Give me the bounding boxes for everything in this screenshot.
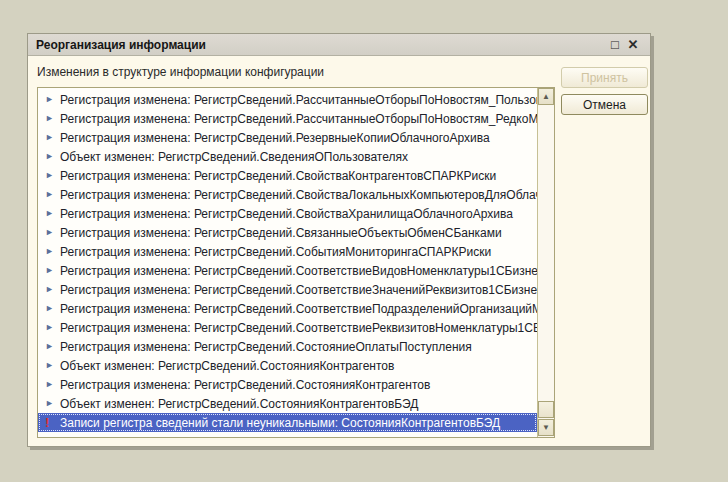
triangle-icon: ►	[45, 266, 60, 275]
list-item-text: Объект изменен: РегистрСведений.Сведения…	[60, 150, 408, 164]
triangle-icon: ►	[45, 247, 60, 256]
list-item-text: Регистрация изменена: РегистрСведений.Со…	[60, 378, 430, 392]
accept-button[interactable]: Принять	[561, 67, 648, 88]
cancel-button[interactable]: Отмена	[561, 94, 648, 115]
list-item[interactable]: ►Регистрация изменена: РегистрСведений.С…	[38, 318, 537, 337]
list-item[interactable]: ►Регистрация изменена: РегистрСведений.Р…	[38, 90, 537, 109]
list-item[interactable]: ►Регистрация изменена: РегистрСведений.С…	[38, 375, 537, 394]
close-icon[interactable]: ✕	[624, 36, 642, 54]
list-item-text: Регистрация изменена: РегистрСведений.Св…	[60, 226, 502, 240]
titlebar[interactable]: Реорганизация информации □ ✕	[28, 34, 650, 56]
triangle-icon: ►	[45, 190, 60, 199]
list-item-text: Регистрация изменена: РегистрСведений.Ра…	[60, 112, 537, 126]
list-item[interactable]: ►Регистрация изменена: РегистрСведений.С…	[38, 166, 537, 185]
list-item-text: Записи регистра сведений стали неуникаль…	[60, 416, 500, 430]
dialog-subtitle: Изменения в структуре информации конфигу…	[37, 65, 324, 79]
list-item-text: Регистрация изменена: РегистрСведений.Со…	[60, 321, 537, 335]
maximize-icon[interactable]: □	[606, 36, 624, 54]
vertical-scrollbar[interactable]: ▲ ▼	[537, 88, 554, 437]
list-item[interactable]: ►Объект изменен: РегистрСведений.Состоян…	[38, 394, 537, 413]
list-item-text: Регистрация изменена: РегистрСведений.Св…	[60, 169, 496, 183]
triangle-icon: ►	[45, 152, 60, 161]
list-item-text: Объект изменен: РегистрСведений.Состояни…	[60, 359, 394, 373]
triangle-icon: ►	[45, 209, 60, 218]
list-item[interactable]: ►Регистрация изменена: РегистрСведений.С…	[38, 299, 537, 318]
changes-list-rows: ►Регистрация изменена: РегистрСведений.Р…	[38, 90, 537, 437]
triangle-icon: ►	[45, 95, 60, 104]
list-item[interactable]: ►Объект изменен: РегистрСведений.Состоян…	[38, 356, 537, 375]
triangle-icon: ►	[45, 114, 60, 123]
list-item[interactable]: ►Регистрация изменена: РегистрСведений.С…	[38, 261, 537, 280]
triangle-icon: ►	[45, 323, 60, 332]
list-item[interactable]: ►Регистрация изменена: РегистрСведений.С…	[38, 185, 537, 204]
list-item-text: Регистрация изменена: РегистрСведений.Со…	[60, 264, 537, 278]
triangle-icon: ►	[45, 361, 60, 370]
desktop-background: { "window": { "title": "Реорганизация ин…	[0, 0, 728, 482]
list-item-text: Регистрация изменена: РегистрСведений.Со…	[60, 283, 537, 297]
triangle-icon: ►	[45, 285, 60, 294]
list-item[interactable]: ►Регистрация изменена: РегистрСведений.С…	[38, 204, 537, 223]
scrollbar-thumb[interactable]	[538, 401, 554, 418]
list-item-text: Регистрация изменена: РегистрСведений.Св…	[60, 188, 537, 202]
dialog-window: Реорганизация информации □ ✕ Изменения в…	[27, 33, 651, 447]
list-item-text: Регистрация изменена: РегистрСведений.Со…	[60, 245, 491, 259]
list-item-text: Регистрация изменена: РегистрСведений.Ре…	[60, 131, 490, 145]
scroll-down-icon[interactable]: ▼	[538, 419, 554, 436]
list-item[interactable]: ►Регистрация изменена: РегистрСведений.С…	[38, 242, 537, 261]
triangle-icon: ►	[45, 171, 60, 180]
list-item[interactable]: ►Регистрация изменена: РегистрСведений.С…	[38, 337, 537, 356]
changes-list: ►Регистрация изменена: РегистрСведений.Р…	[37, 87, 555, 438]
list-item-text: Регистрация изменена: РегистрСведений.Ра…	[60, 93, 537, 107]
list-item[interactable]: ►Регистрация изменена: РегистрСведений.С…	[38, 223, 537, 242]
triangle-icon: ►	[45, 304, 60, 313]
triangle-icon: ►	[45, 380, 60, 389]
triangle-icon: ►	[45, 228, 60, 237]
triangle-icon: ►	[45, 133, 60, 142]
scroll-up-icon[interactable]: ▲	[538, 88, 554, 105]
list-item[interactable]: ►Объект изменен: РегистрСведений.Сведени…	[38, 147, 537, 166]
list-item-text: Объект изменен: РегистрСведений.Состояни…	[60, 397, 418, 411]
triangle-icon: ►	[45, 342, 60, 351]
list-item[interactable]: !Записи регистра сведений стали неуникал…	[38, 413, 537, 432]
exclamation-icon: !	[45, 416, 60, 429]
list-item[interactable]: ►Регистрация изменена: РегистрСведений.С…	[38, 280, 537, 299]
list-item-text: Регистрация изменена: РегистрСведений.Со…	[60, 340, 472, 354]
list-item-text: Регистрация изменена: РегистрСведений.Со…	[60, 302, 537, 316]
list-item[interactable]: ►Регистрация изменена: РегистрСведений.Р…	[38, 128, 537, 147]
window-title: Реорганизация информации	[36, 38, 606, 52]
triangle-icon: ►	[45, 399, 60, 408]
list-item[interactable]: ►Регистрация изменена: РегистрСведений.Р…	[38, 109, 537, 128]
list-item-text: Регистрация изменена: РегистрСведений.Св…	[60, 207, 513, 221]
